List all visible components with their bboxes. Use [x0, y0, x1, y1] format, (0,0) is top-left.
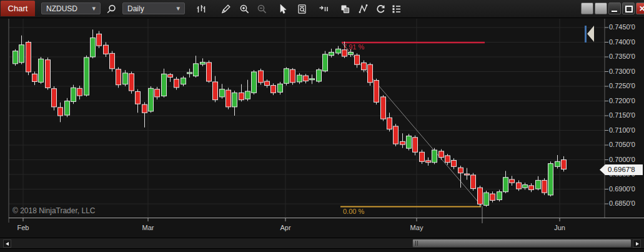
month-label: Feb	[9, 224, 37, 231]
candle-body	[265, 81, 270, 86]
candle-body	[420, 152, 425, 161]
candle-body	[342, 50, 347, 56]
price-axis-label: 0.7150'0	[609, 111, 643, 119]
candle-body	[317, 70, 322, 81]
candle-body	[187, 73, 192, 74]
candle-body	[362, 63, 367, 69]
candle-body	[207, 63, 212, 81]
scroll-left-button[interactable]	[3, 239, 11, 248]
candle-body	[123, 73, 128, 84]
candle-body	[542, 180, 547, 193]
scroll-right-button[interactable]	[633, 239, 641, 248]
candle-body	[355, 55, 360, 64]
candle-body	[46, 60, 51, 88]
candle-body	[26, 43, 31, 72]
candle-body	[91, 38, 96, 57]
candle-body	[426, 161, 431, 163]
candle-body	[194, 64, 199, 76]
copyright-watermark: © 2018 NinjaTrader, LLC	[12, 206, 95, 215]
price-axis-label: 0.7450'0	[609, 23, 643, 31]
last-price-badge: 0.6967'8	[600, 164, 643, 175]
price-axis-label: 0.7300'0	[609, 68, 643, 75]
candle-body	[174, 79, 179, 88]
month-label: Apr	[272, 224, 299, 231]
candle-body	[413, 138, 418, 153]
candle-body	[478, 188, 483, 204]
candle-body	[77, 88, 82, 96]
price-axis-label: 0.7050'0	[609, 141, 643, 148]
candle-body	[400, 141, 405, 144]
candle-body	[259, 71, 264, 83]
candle-body	[201, 62, 206, 64]
price-axis-label: 0.7350'0	[609, 53, 643, 60]
candle-body	[503, 178, 508, 192]
candle-body	[381, 97, 386, 119]
candle-body	[394, 126, 399, 144]
candle-body	[252, 72, 257, 93]
candle-body	[529, 186, 534, 190]
fib-bottom-label[interactable]: 0.00 %	[343, 208, 364, 215]
candle-body	[497, 192, 502, 200]
candle-body	[374, 81, 379, 103]
candle-body	[116, 69, 121, 85]
candle-body	[232, 93, 237, 107]
candle-body	[490, 194, 495, 200]
candle-body	[349, 52, 354, 54]
fib-top-label[interactable]: 7.91 %	[343, 43, 364, 51]
price-axis-label: 0.7000'0	[609, 156, 643, 163]
candle-body	[387, 118, 392, 129]
candlestick-chart[interactable]	[0, 0, 644, 252]
price-axis-label: 0.6850'0	[609, 199, 643, 207]
candle-body	[523, 184, 528, 188]
candle-body	[510, 179, 515, 183]
candle-body	[297, 75, 302, 82]
candle-body	[329, 52, 334, 55]
candles	[13, 29, 567, 206]
candle-body	[213, 82, 218, 100]
candle-body	[97, 34, 102, 46]
collapse-left-arrow-icon	[587, 26, 594, 42]
price-axis-label: 0.7400'0	[609, 38, 643, 46]
chart-trader-collapse-button[interactable]	[585, 26, 595, 43]
candle-body	[368, 64, 373, 83]
candle-body	[555, 161, 560, 166]
candle-body	[536, 180, 541, 189]
candle-body	[19, 45, 24, 63]
price-axis-label: 0.7100'0	[609, 126, 643, 134]
candle-body	[226, 90, 231, 107]
candle-body	[432, 150, 437, 163]
candle-body	[155, 89, 160, 97]
candle-body	[336, 49, 341, 53]
candle-body	[548, 164, 553, 195]
candle-body	[162, 74, 167, 96]
candle-body	[304, 76, 309, 81]
candle-body	[58, 108, 63, 116]
candle-body	[71, 88, 76, 101]
candle-body	[323, 54, 328, 71]
price-axis-label: 0.7200'0	[609, 97, 643, 104]
candle-body	[284, 69, 289, 84]
candle-body	[168, 74, 173, 77]
collapse-bar	[585, 26, 587, 43]
candle-body	[445, 156, 450, 163]
candle-body	[149, 88, 154, 111]
candle-body	[517, 183, 522, 189]
candle-body	[52, 89, 57, 107]
candle-body	[220, 89, 225, 97]
candle-body	[239, 93, 244, 99]
month-label: Jun	[546, 224, 573, 231]
candle-body	[271, 86, 276, 93]
candle-body	[310, 79, 315, 80]
candle-body	[452, 160, 457, 166]
candle-body	[13, 51, 18, 64]
candle-body	[562, 160, 567, 169]
candle-body	[110, 53, 115, 68]
candle-body	[84, 58, 89, 95]
month-label: May	[403, 224, 430, 231]
candle-body	[181, 78, 186, 84]
candle-body	[39, 59, 44, 82]
candle-body	[290, 69, 295, 83]
price-axis-label: 0.7250'0	[609, 82, 643, 89]
candle-body	[104, 45, 109, 54]
scrollbar-thumb[interactable]	[412, 239, 632, 248]
